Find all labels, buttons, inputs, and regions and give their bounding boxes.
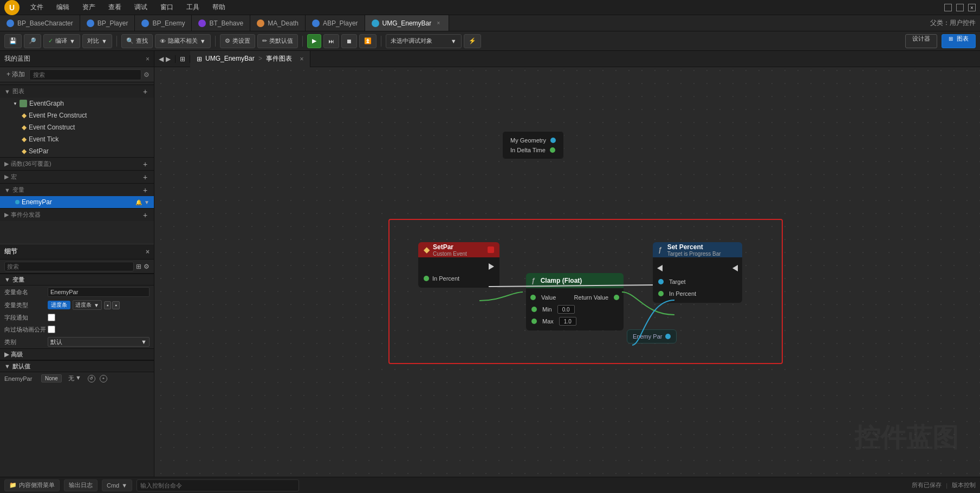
graph-button[interactable]: ⊞ 图表: [942, 34, 976, 48]
tab-bp-enemy[interactable]: BP_Enemy: [135, 15, 192, 31]
output-log-button[interactable]: 输出日志: [64, 479, 98, 491]
category-dropdown[interactable]: 默认 ▼: [48, 337, 150, 347]
enemypar-variable-label: EnemyPar: [22, 198, 52, 206]
enemypar-bell-icon[interactable]: 🔔: [135, 199, 142, 205]
type-icon-1[interactable]: ▪: [104, 301, 112, 309]
back-button[interactable]: ◀: [159, 55, 164, 63]
canvas-area[interactable]: ◀ ▶ ⊞ ⊞ UMG_EnemyBar > 事件图表 × 缩放1:1 控件蓝图: [154, 51, 980, 477]
tree-item-event-construct[interactable]: ◆ Event Construct: [0, 121, 154, 133]
find-button[interactable]: 🔍 查找: [121, 34, 153, 48]
class-defaults-button[interactable]: ✏ 类默认值: [257, 34, 298, 48]
blueprint-search-input[interactable]: [29, 69, 141, 80]
window-maximize[interactable]: [956, 4, 964, 11]
variable-type-label: 变量类型: [4, 301, 48, 309]
find-in-blueprint-button[interactable]: 🔎: [24, 34, 41, 48]
save-button[interactable]: 💾: [4, 34, 22, 48]
tree-item-eventgraph[interactable]: ▼ EventGraph: [0, 98, 154, 109]
variable-name-input[interactable]: [48, 287, 150, 297]
menu-help[interactable]: 帮助: [210, 2, 228, 13]
compare-button[interactable]: 对比 ▼: [82, 34, 112, 48]
dispatchers-section[interactable]: ▶ 事件分发器 +: [0, 208, 154, 221]
enemypar-no-dropdown[interactable]: ▼: [75, 374, 81, 382]
expose-checkbox[interactable]: [48, 326, 55, 333]
set-percent-exec-in-arrow: [657, 265, 663, 271]
advanced-expand[interactable]: ▶: [4, 351, 9, 358]
compare-dropdown-arrow: ▼: [101, 38, 107, 44]
tree-item-enemypar[interactable]: EnemyPar 🔔 ▼: [0, 196, 154, 208]
functions-section[interactable]: ▶ 函数(36可覆盖) +: [0, 157, 154, 170]
menu-debug[interactable]: 调试: [132, 2, 150, 13]
blueprint-panel-close[interactable]: ×: [146, 55, 150, 63]
type-icon-2[interactable]: ▪: [112, 301, 120, 309]
menu-bar: U 文件 编辑 资产 查看 调试 窗口 工具 帮助 ×: [0, 0, 980, 15]
circle-1-icon[interactable]: ↺: [88, 375, 95, 382]
default-value-expand[interactable]: ▼: [4, 363, 10, 369]
breadcrumb-sep: >: [258, 55, 262, 62]
full-screen-button[interactable]: ⊞: [176, 55, 190, 63]
tab-close-umg-enemybar[interactable]: ×: [434, 20, 442, 27]
add-button[interactable]: + 添加: [4, 70, 27, 79]
enemy-par-node: Enemy Par: [627, 329, 677, 343]
clamp-min-pin: Min: [526, 303, 624, 315]
step-icon: ⏭: [328, 38, 334, 44]
setpar-header: ◆ SetPar Custom Event: [418, 242, 499, 257]
details-search-input[interactable]: [4, 262, 134, 271]
variables-section[interactable]: ▼ 变量 +: [0, 183, 154, 196]
window-close[interactable]: ×: [968, 4, 976, 11]
circle-2-icon[interactable]: +: [100, 375, 107, 382]
tab-ma-death[interactable]: MA_Death: [250, 15, 306, 31]
tree-item-event-tick[interactable]: ◆ Event Tick: [0, 133, 154, 145]
debug-icon-button[interactable]: ⚡: [464, 34, 481, 48]
graph-section[interactable]: ▼ 图表 +: [0, 85, 154, 98]
menu-window[interactable]: 窗口: [158, 2, 176, 13]
clamp-value-label: Value: [541, 294, 556, 301]
macros-add[interactable]: +: [141, 173, 150, 181]
clamp-min-input[interactable]: [557, 305, 575, 314]
variable-expand[interactable]: ▼: [4, 276, 10, 283]
menu-tools[interactable]: 工具: [184, 2, 202, 13]
tree-item-event-pre-construct[interactable]: ◆ Event Pre Construct: [0, 109, 154, 121]
debug-target-dropdown[interactable]: 未选中调试对象 ▼: [386, 34, 462, 48]
details-close[interactable]: ×: [146, 248, 150, 256]
enemypar-none-tag[interactable]: None: [41, 374, 62, 382]
menu-assets[interactable]: 资产: [80, 2, 98, 13]
event-graph-tab-close[interactable]: ×: [300, 55, 303, 63]
field-notify-checkbox[interactable]: [48, 314, 55, 321]
event-graph-tab[interactable]: ⊞ UMG_EnemyBar > 事件图表 ×: [190, 51, 310, 67]
compare-label: 对比: [87, 37, 99, 45]
tab-bp-basecharacter[interactable]: BP_BaseCharacter: [0, 15, 80, 31]
type-dropdown[interactable]: 进度条 ▼: [73, 300, 102, 310]
menu-edit[interactable]: 编辑: [54, 2, 72, 13]
menu-file[interactable]: 文件: [28, 2, 46, 13]
window-minimize[interactable]: [944, 4, 952, 11]
designer-button[interactable]: 设计器: [905, 34, 937, 48]
variables-add[interactable]: +: [141, 186, 150, 194]
stop-button[interactable]: ⏹: [341, 34, 357, 48]
search-settings-icon[interactable]: ⚙: [144, 71, 150, 79]
tree-item-setpar[interactable]: ◆ SetPar: [0, 145, 154, 157]
tab-bt-behave[interactable]: BT_Behave: [192, 15, 250, 31]
tab-bp-player[interactable]: BP_Player: [80, 15, 135, 31]
pause-button[interactable]: ⏫: [359, 34, 377, 48]
cmd-button[interactable]: Cmd ▼: [102, 479, 132, 491]
content-browser-button[interactable]: 📁 内容侧滑菜单: [4, 479, 60, 491]
enemypar-expand-icon[interactable]: ▼: [144, 199, 150, 205]
settings-icon[interactable]: ⚙: [144, 263, 150, 270]
tab-abp-player[interactable]: ABP_Player: [306, 15, 365, 31]
hide-unrelated-button[interactable]: 👁 隐藏不相关 ▼: [155, 34, 211, 48]
dispatchers-add[interactable]: +: [141, 211, 150, 219]
console-input[interactable]: [137, 479, 299, 491]
bottom-sep: |: [946, 482, 947, 489]
forward-button[interactable]: ▶: [166, 55, 171, 63]
macros-section[interactable]: ▶ 宏 +: [0, 170, 154, 183]
graph-section-add[interactable]: +: [141, 87, 150, 96]
tab-umg-enemybar[interactable]: UMG_EnemyBar ×: [365, 15, 450, 31]
table-icon[interactable]: ⊞: [136, 263, 141, 270]
clamp-max-input[interactable]: [559, 317, 576, 326]
menu-view[interactable]: 查看: [106, 2, 124, 13]
functions-add[interactable]: +: [141, 160, 150, 168]
play-button[interactable]: ▶: [307, 34, 321, 48]
compile-button[interactable]: ✓ 编译 ▼: [43, 34, 80, 48]
step-button[interactable]: ⏭: [323, 34, 339, 48]
class-settings-button[interactable]: ⚙ 类设置: [220, 34, 255, 48]
